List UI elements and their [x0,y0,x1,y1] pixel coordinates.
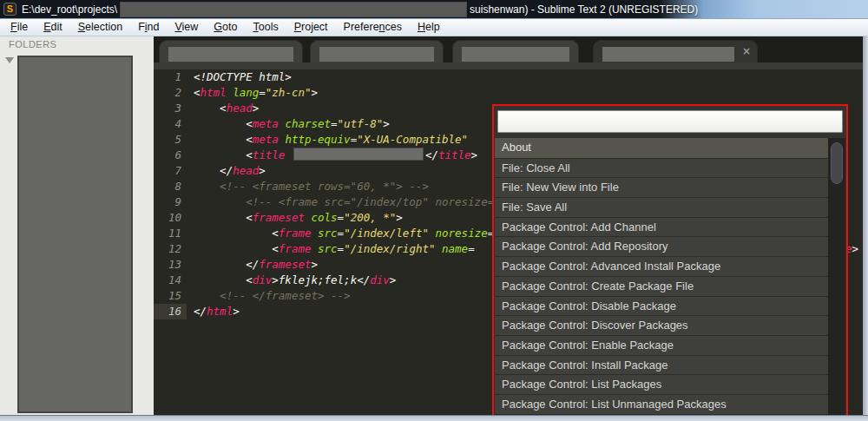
window-title-suffix: suishenwan) - Sublime Text 2 (UNREGISTER… [470,3,698,16]
folders-section-label: FOLDERS [9,39,56,49]
menu-edit[interactable]: Edit [36,19,70,36]
line-number: 1 [154,69,187,85]
palette-item[interactable]: Package Control: List Unmanaged Packages [495,394,829,414]
palette-item[interactable]: About [495,138,829,158]
command-palette: AboutFile: Close AllFile: New View into … [492,104,848,421]
tab-4-active[interactable]: × [593,40,758,62]
sublime-text-window: S E:\dev_root\projects\ suishenwan) - Su… [0,0,868,421]
palette-scrollbar-track[interactable] [828,138,845,421]
line-number: 14 [154,273,187,288]
sublime-logo-icon: S [3,3,16,16]
line-number: 12 [154,241,187,257]
line-number: 3 [154,101,187,116]
menu-project[interactable]: Project [286,19,336,36]
menu-help[interactable]: Help [410,19,448,36]
palette-item[interactable]: Package Control: Install Package [495,355,829,375]
code-redaction-box [293,148,424,161]
tab-redaction-box [319,47,434,62]
line-number: 13 [154,257,187,273]
palette-item[interactable]: File: Close All [495,158,829,178]
line-number: 16 [154,304,187,319]
palette-scrollbar-thumb[interactable] [831,142,843,184]
palette-item[interactable]: Package Control: Discover Packages [495,315,829,335]
palette-item[interactable]: Package Control: Disable Package [495,296,829,316]
sidebar: FOLDERS [0,36,154,415]
menu-tools[interactable]: Tools [245,19,286,36]
menu-view[interactable]: View [167,19,206,36]
window-right-border [863,36,868,421]
palette-item[interactable]: Package Control: Create Package File [495,276,829,296]
line-number: 7 [154,163,187,179]
palette-item[interactable]: Package Control: Add Channel [495,217,829,237]
line-number: 11 [154,226,187,241]
menu-preferences[interactable]: Preferences [336,19,410,36]
code-line[interactable]: 2<html lang="zh-cn"> [154,85,863,101]
tab-close-icon[interactable]: × [742,45,751,57]
palette-item[interactable]: File: Save All [495,197,829,217]
menu-selection[interactable]: Selection [70,19,130,36]
line-number: 6 [154,148,187,163]
folder-expand-triangle-icon[interactable] [5,57,14,63]
menu-find[interactable]: Find [130,19,167,36]
tab-1[interactable] [159,40,303,62]
palette-item[interactable]: Package Control: Add Repository [495,236,829,256]
tab-3[interactable] [452,40,579,62]
sidebar-redaction-box [17,56,133,413]
line-number: 5 [154,132,187,148]
menubar-items: FileEditSelectionFindViewGotoToolsProjec… [0,19,868,36]
tab-2[interactable] [310,40,444,62]
menu-goto[interactable]: Goto [206,19,245,36]
title-redaction-box [120,2,467,17]
command-palette-list: AboutFile: Close AllFile: New View into … [495,138,829,421]
line-number: 4 [154,116,187,132]
palette-item[interactable]: Package Control: Enable Package [495,335,829,355]
line-number: 15 [154,288,187,304]
main-area: FOLDERS × 1<!DOCTYPE [0,36,868,415]
command-palette-input[interactable] [497,110,843,133]
line-number: 2 [154,85,187,101]
tab-redaction-box [168,47,293,62]
tab-redaction-box [602,47,734,62]
palette-item[interactable]: Package Control: Advanced Install Packag… [495,256,829,276]
menu-file[interactable]: File [3,19,36,36]
line-number: 9 [154,194,187,210]
titlebar[interactable]: S E:\dev_root\projects\ suishenwan) - Su… [0,0,868,19]
palette-item[interactable]: Package Control: List Packages [495,374,829,394]
line-number: 10 [154,210,187,226]
palette-item[interactable]: File: New View into File [495,177,829,197]
window-title-prefix: E:\dev_root\projects\ [22,3,117,16]
tab-bar: × [154,36,863,62]
line-number: 8 [154,179,187,194]
tab-bar-bottom-strip [154,62,863,69]
tab-redaction-box [462,47,569,62]
window-bottom-border [0,415,868,421]
code-line[interactable]: 1<!DOCTYPE html> [154,69,863,85]
